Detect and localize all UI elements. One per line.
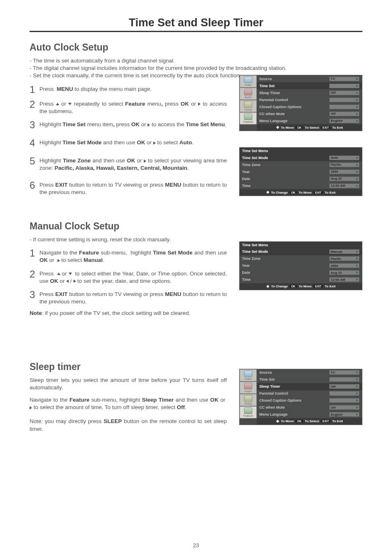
sleep-p3: Note: you may directly press SLEEP butto…	[30, 418, 227, 432]
video-icon	[244, 370, 252, 377]
osd-value: TV	[329, 370, 360, 375]
osd-value	[329, 377, 360, 382]
osd-value: Auto	[329, 155, 360, 160]
osd-label: Year	[242, 264, 329, 268]
sidebar-video: Video	[240, 369, 257, 382]
osd-value: Off	[329, 384, 360, 389]
osd-panel-title: Time Set Menu	[240, 148, 362, 154]
osd-label: Parental Control	[259, 98, 329, 102]
setup-icon	[244, 101, 252, 108]
auto-clock-section: Auto Clock Setup - The time is set autom…	[30, 42, 362, 196]
right-arrow-icon	[30, 406, 32, 409]
up-arrow-icon	[56, 103, 59, 105]
feature-icon	[244, 113, 252, 120]
right-arrow-icon	[198, 102, 201, 106]
step-text: Press or to select either the Year, Date…	[39, 270, 227, 285]
osd-value: TV	[329, 76, 360, 81]
osd-label: Sleep Timer	[259, 384, 329, 388]
osd-value: 12:00 AM	[329, 183, 360, 188]
osd-body: SourceTV Time Set Sleep TimerOff Parenta…	[257, 75, 362, 131]
down-arrow-icon	[68, 103, 71, 105]
sleep-p1: Sleep timer lets you select the amount o…	[30, 377, 227, 391]
sidebar-setup: Setup	[240, 394, 257, 406]
step-text: Highlight Time Zone and then use OK or t…	[39, 157, 227, 172]
osd-label: CC when Mute	[259, 405, 329, 409]
osd-label: Closed Caption Options	[259, 398, 329, 402]
audio-icon	[244, 383, 252, 389]
ok-pill: OK	[295, 420, 303, 423]
step-text: Press or repeatedly to select Feature me…	[39, 100, 227, 115]
osd-value: Pacific	[329, 162, 360, 167]
osd-label: Menu Language	[259, 412, 329, 416]
osd-value	[329, 391, 360, 396]
right-arrow-icon	[148, 123, 150, 127]
step-number: 3	[30, 290, 39, 300]
osd-label: Time Set Mode	[242, 250, 329, 254]
osd-panel-title: Time Set Menu	[240, 242, 362, 248]
osd-value: Off	[329, 90, 360, 95]
ok-pill: OK	[289, 191, 297, 194]
sleep-p2: Navigate to the Feature sub-menu, highli…	[30, 396, 227, 411]
exit-pill: EXIT	[321, 420, 331, 423]
sidebar-feature: Feature	[240, 112, 257, 125]
osd-timeset-auto: Time Set Menu Time Set ModeAuto Time Zon…	[239, 147, 362, 196]
feature-icon	[244, 407, 252, 414]
dpad-icon	[276, 125, 279, 130]
osd-value: English	[329, 412, 360, 417]
osd-value: Off	[329, 405, 360, 410]
osd-value	[329, 97, 360, 102]
osd-label: CC when Mute	[259, 112, 329, 116]
sidebar-audio: Audio	[240, 382, 257, 394]
down-arrow-icon	[69, 273, 72, 275]
dpad-icon	[266, 190, 270, 194]
osd-value: Manual	[329, 249, 360, 254]
osd-label: Time Set Mode	[242, 156, 329, 160]
sidebar-video: Video	[240, 75, 257, 88]
osd-label: Time Set	[259, 377, 329, 382]
sidebar-feature: Feature	[240, 406, 257, 419]
osd-body: SourceTV Time Set Sleep TimerOff Parenta…	[257, 369, 362, 425]
audio-icon	[244, 89, 252, 95]
step-text: Highlight Time Set menu item, press OK o…	[39, 121, 226, 128]
step-text: Press EXIT button to return to TV viewin…	[39, 181, 227, 196]
osd-label: Time	[242, 278, 329, 282]
manual-clock-steps: 1 Navigate to the Feature sub-menu, high…	[30, 249, 227, 305]
exit-pill: EXIT	[314, 191, 323, 194]
osd-label: Time Zone	[242, 163, 329, 167]
osd-footer: To ChangeOKTo MoveEXITTo Exit	[240, 283, 362, 290]
step-number: 4	[30, 138, 39, 148]
step-number: 1	[30, 248, 39, 258]
step-number: 2	[30, 99, 39, 109]
osd-label: Time Set	[259, 84, 329, 88]
step-number: 6	[30, 180, 39, 190]
exit-pill: EXIT	[321, 126, 331, 129]
osd-value: English	[329, 118, 360, 123]
osd-label: Date	[242, 271, 329, 275]
osd-sidebar: Video Audio Setup Feature	[240, 75, 257, 131]
dpad-icon	[266, 284, 270, 289]
osd-label: Date	[242, 177, 329, 181]
osd-value: Aug 22	[329, 176, 360, 181]
dpad-icon	[276, 419, 279, 423]
intro-line-1: - The time is set automatically from a d…	[30, 57, 362, 65]
manual-note: Note: if you power off the TV set, the c…	[30, 310, 362, 316]
ok-pill: OK	[295, 126, 303, 129]
step-number: 2	[30, 269, 39, 279]
osd-value: Aug 22	[329, 270, 360, 275]
step-number: 5	[30, 156, 39, 166]
osd-value	[329, 398, 360, 403]
osd-value	[329, 83, 360, 88]
osd-label: Source	[259, 77, 329, 81]
up-arrow-icon	[57, 273, 60, 275]
sidebar-audio: Audio	[240, 88, 257, 100]
step-number: 1	[30, 85, 39, 95]
manual-clock-heading: Manual Clock Setup	[30, 221, 362, 232]
osd-value: 2004	[329, 263, 360, 268]
osd-sidebar: Video Audio Setup Feature	[240, 369, 257, 425]
manual-clock-section: Manual Clock Setup - If current time set…	[30, 221, 362, 316]
left-arrow-icon	[66, 280, 69, 283]
osd-label: Time Zone	[242, 257, 329, 261]
right-arrow-icon	[144, 160, 146, 163]
right-arrow-icon	[74, 280, 76, 283]
setup-icon	[244, 395, 252, 402]
